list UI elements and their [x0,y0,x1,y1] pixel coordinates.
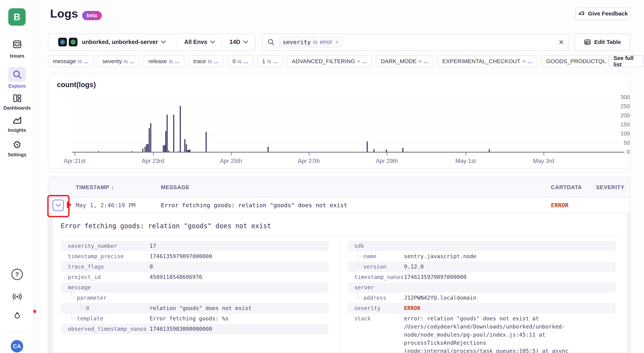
attribute-key: observed_timestamp_nanos [68,325,150,333]
react-project-icon [58,38,67,46]
attribute-key: message [68,283,150,291]
filter-chip[interactable]: 0 is ... [228,56,253,67]
log-message: Error fetching goods: relation "goods" d… [161,202,347,209]
environment-selector[interactable]: All Envs [177,39,222,46]
chip-operator: is [238,58,242,65]
filter-chip[interactable]: DARK_MODE > ... [376,56,433,67]
insights-icon [8,115,26,126]
x-tick-label: Apr 21st [64,158,85,164]
attribute-key: trace_flags [68,263,150,271]
onboarding-button[interactable] [0,311,34,322]
chart-bar [186,144,187,152]
give-feedback-button[interactable]: Give Feedback [575,7,630,20]
attribute-row: sdk [348,241,616,251]
column-header-message[interactable]: MESSAGE [161,177,190,198]
chip-key: ADVANCED_FILTERING [292,58,355,65]
x-tick-label: Apr 23rd [142,158,164,164]
filter-chip[interactable]: message is ... [48,56,93,67]
detail-divider [61,236,620,236]
chip-ellipsis: ... [424,58,428,65]
chart-plot [72,98,624,152]
chip-key: message [53,58,76,65]
filter-chip[interactable]: severity is ... [98,56,139,67]
attribute-value: 1746135979897000000 [150,252,212,260]
detail-attributes-right: sdk name sentry.javascript.node version … [348,241,616,353]
sort-descending-icon: ↓ [111,184,114,191]
chip-operator: is [78,58,82,65]
search-icon [267,38,275,46]
x-tick [544,153,544,156]
log-row[interactable]: May 1, 2:46:19 PM Error fetching goods: … [48,198,630,213]
chart-bar [146,144,147,152]
attribute-value: J12PWN42YQ.localdomain [404,294,476,302]
filter-chip[interactable]: ADVANCED_FILTERING > ... [287,56,372,67]
filter-chip[interactable]: 1 is ... [257,56,282,67]
sidebar-item-explore[interactable]: Explore [0,67,34,89]
user-avatar[interactable]: CA [11,340,23,352]
attribute-key: severity [354,304,404,312]
attribute-value: 1746135983000000000 [150,325,212,333]
attribute-key: severity_number [68,242,150,250]
column-header-severity[interactable]: SEVERITY [596,177,624,198]
x-tick [466,153,466,156]
filter-chip[interactable]: release is ... [144,56,184,67]
chart-bar [189,150,190,152]
log-timestamp: May 1, 2:46:19 PM [76,202,136,209]
project-selector[interactable]: unborked, unborked-server [48,38,177,46]
tree-elbow [358,249,362,256]
chip-operator: > [522,58,526,65]
give-feedback-label: Give Feedback [588,10,628,17]
chip-ellipsis: ... [214,58,218,65]
chart-bar [98,151,99,152]
x-tick-label: May 3rd [533,158,554,164]
org-logo[interactable]: B [8,8,26,26]
chart-bar [150,123,151,152]
filter-chip-row: message is ... severity is ... release i… [48,56,606,67]
chart-bar [165,131,166,152]
attribute-row: message [61,282,328,293]
chevron-down-icon [243,41,248,44]
sidebar-item-label: Settings [8,152,26,157]
attribute-value: 4509118548606976 [150,273,202,281]
attribute-row: address J12PWN42YQ.localdomain [348,293,616,303]
attribute-key: template [77,314,150,323]
chart-bar [178,151,179,152]
column-header-cartdata[interactable]: CARTDATA [551,177,582,198]
token-remove-icon[interactable]: × [336,39,338,45]
detail-column-divider [340,241,340,352]
attribute-value: error: relation "goods" does not exist a… [404,314,570,353]
tree-elbow [71,290,75,298]
chart-bar [166,115,168,152]
filter-chip[interactable]: EXPERIMENTAL_CHECKOUT > ... [437,56,537,67]
help-button[interactable]: ? [0,269,34,280]
attribute-value: relation "goods" does not exist [150,304,252,312]
column-header-timestamp[interactable]: TIMESTAMP ↓ [76,177,114,198]
see-full-list-button[interactable]: See full list [608,56,644,67]
page-filter-bar: unborked, unborked-server All Envs 14D [48,34,256,51]
filter-chip[interactable]: GOODS_PRODUCTQUERY > ... [541,56,606,67]
search-clear-icon[interactable]: × [559,38,564,46]
edit-table-button[interactable]: Edit Table [574,34,630,51]
search-input[interactable]: severity is error × × [262,34,569,51]
chip-ellipsis: ... [528,58,532,65]
tree-elbow [80,301,84,308]
sidebar-item-insights[interactable]: Insights [0,115,34,133]
environment-selector-label: All Envs [184,39,207,46]
sidebar-divider [6,134,28,135]
sidebar-item-settings[interactable]: ⚙ Settings [0,139,34,157]
sidebar-item-dashboards[interactable]: Dashboards [0,93,34,111]
column-label: SEVERITY [596,184,624,190]
chart-bar [489,149,490,152]
chart-bar [386,150,387,152]
sidebar-item-issues[interactable]: Issues [0,37,34,59]
sidebar-divider [6,332,28,333]
attribute-row: timestamp_precise 1746135979897000000 [61,251,328,261]
filter-chip[interactable]: trace is ... [188,56,224,67]
date-range-label: 14D [230,39,240,46]
whats-new-button[interactable] [0,291,34,302]
token-key: severity [282,39,311,46]
date-range-selector[interactable]: 14D [222,39,255,46]
attribute-key: timestamp_precise [68,252,150,260]
chip-key: 0 [232,58,236,65]
search-filter-token[interactable]: severity is error × [279,37,342,47]
